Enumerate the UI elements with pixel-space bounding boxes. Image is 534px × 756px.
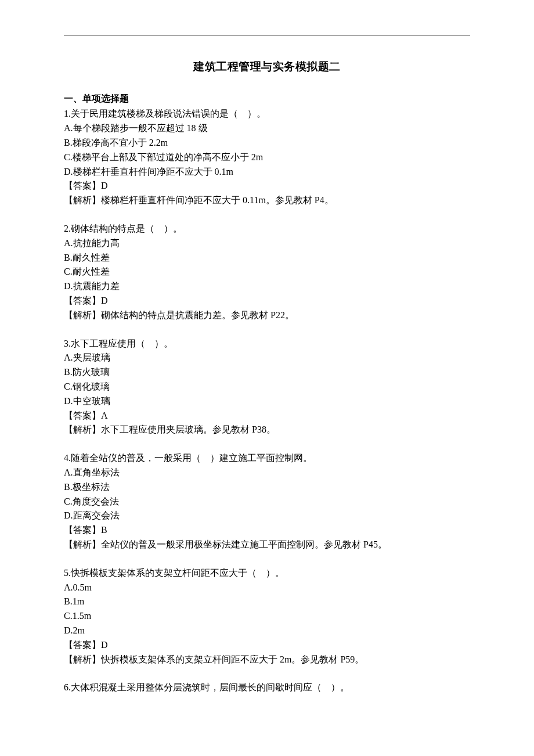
question-option: C.角度交会法: [64, 495, 470, 509]
question-option: D.楼梯栏杆垂直杆件间净距不应大于 0.1m: [64, 165, 470, 179]
question-block: 4.随着全站仪的普及，一般采用（ ）建立施工平面控制网。 A.直角坐标法 B.极…: [64, 451, 470, 552]
question-option: C.1.5m: [64, 609, 470, 624]
question-stem: 2.砌体结构的特点是（ ）。: [64, 222, 470, 236]
question-block: 3.水下工程应使用（ ）。 A.夹层玻璃 B.防火玻璃 C.钢化玻璃 D.中空玻…: [64, 337, 470, 438]
question-block: 6.大体积混凝土采用整体分层浇筑时，层间最长的间歇时间应（ ）。: [64, 681, 470, 695]
question-answer: 【答案】D: [64, 294, 470, 308]
question-option: A.抗拉能力高: [64, 236, 470, 251]
question-option: A.0.5m: [64, 581, 470, 595]
question-explain: 【解析】水下工程应使用夹层玻璃。参见教材 P38。: [64, 423, 470, 437]
question-explain: 【解析】砌体结构的特点是抗震能力差。参见教材 P22。: [64, 308, 470, 323]
question-block: 5.快拆模板支架体系的支架立杆间距不应大于（ ）。 A.0.5m B.1m C.…: [64, 566, 470, 667]
question-stem: 5.快拆模板支架体系的支架立杆间距不应大于（ ）。: [64, 566, 470, 581]
top-rule: [64, 35, 470, 35]
question-block: 2.砌体结构的特点是（ ）。 A.抗拉能力高 B.耐久性差 C.耐火性差 D.抗…: [64, 222, 470, 323]
question-explain: 【解析】快拆模板支架体系的支架立杆间距不应大于 2m。参见教材 P59。: [64, 653, 470, 667]
question-explain: 【解析】楼梯栏杆垂直杆件间净距不应大于 0.11m。参见教材 P4。: [64, 193, 470, 208]
question-block: 1.关于民用建筑楼梯及梯段说法错误的是（ ）。 A.每个梯段踏步一般不应超过 1…: [64, 107, 470, 208]
section-heading: 一、单项选择题: [64, 92, 470, 106]
question-option: C.楼梯平台上部及下部过道处的净高不应小于 2m: [64, 150, 470, 165]
question-option: D.中空玻璃: [64, 394, 470, 409]
question-stem: 6.大体积混凝土采用整体分层浇筑时，层间最长的间歇时间应（ ）。: [64, 681, 470, 695]
question-option: A.夹层玻璃: [64, 351, 470, 365]
page-title: 建筑工程管理与实务模拟题二: [64, 59, 470, 75]
question-stem: 4.随着全站仪的普及，一般采用（ ）建立施工平面控制网。: [64, 451, 470, 466]
question-option: D.2m: [64, 624, 470, 638]
question-option: B.耐久性差: [64, 251, 470, 265]
question-option: B.极坐标法: [64, 480, 470, 495]
question-option: D.抗震能力差: [64, 279, 470, 294]
question-option: C.钢化玻璃: [64, 380, 470, 394]
question-option: B.梯段净高不宜小于 2.2m: [64, 136, 470, 150]
question-option: D.距离交会法: [64, 509, 470, 523]
question-stem: 3.水下工程应使用（ ）。: [64, 337, 470, 351]
question-option: C.耐火性差: [64, 265, 470, 279]
question-option: A.每个梯段踏步一般不应超过 18 级: [64, 121, 470, 136]
question-option: B.防火玻璃: [64, 365, 470, 380]
question-answer: 【答案】D: [64, 638, 470, 653]
question-explain: 【解析】全站仪的普及一般采用极坐标法建立施工平面控制网。参见教材 P45。: [64, 538, 470, 552]
document-page: 建筑工程管理与实务模拟题二 一、单项选择题 1.关于民用建筑楼梯及梯段说法错误的…: [0, 0, 534, 756]
question-answer: 【答案】D: [64, 179, 470, 193]
question-answer: 【答案】B: [64, 523, 470, 538]
question-stem: 1.关于民用建筑楼梯及梯段说法错误的是（ ）。: [64, 107, 470, 121]
question-option: A.直角坐标法: [64, 466, 470, 480]
question-option: B.1m: [64, 595, 470, 609]
question-answer: 【答案】A: [64, 409, 470, 423]
